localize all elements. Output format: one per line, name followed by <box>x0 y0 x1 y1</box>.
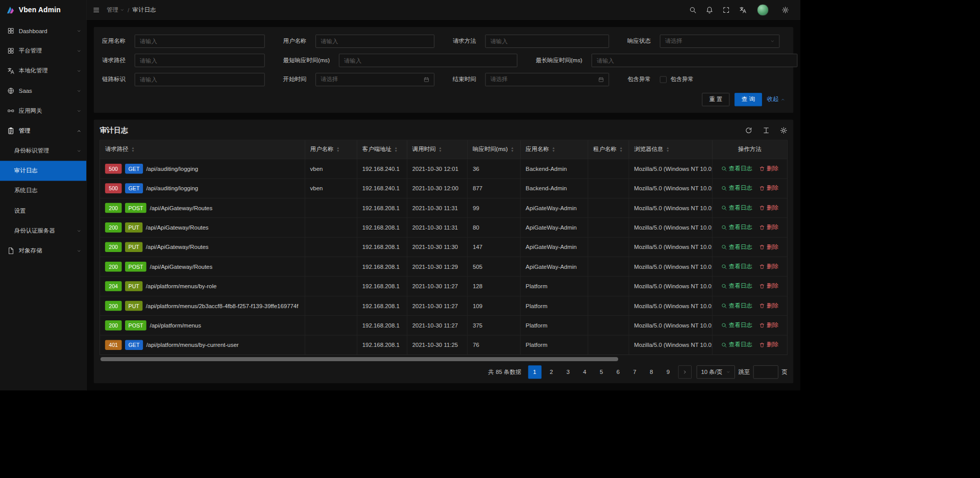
search-icon <box>721 303 726 309</box>
cell-tenant-name <box>588 237 629 257</box>
table-panel: 审计日志 请求路径▲▼ 用户名称▲▼ 客户端地址▲▼ 调用时间▲▼ 响应时间(m… <box>94 119 793 383</box>
localization-icon <box>7 67 15 74</box>
vben-logo-icon <box>6 6 15 15</box>
table-row: 401 GET /api/platform/menus/by-current-u… <box>100 335 787 355</box>
delete-button[interactable]: 删除 <box>759 283 778 290</box>
view-log-button[interactable]: 查看日志 <box>721 321 752 329</box>
column-header-request-path[interactable]: 请求路径▲▼ <box>100 140 305 159</box>
sidebar-item-system-log[interactable]: 系统日志 <box>0 181 86 200</box>
view-log-button[interactable]: 查看日志 <box>721 283 752 290</box>
delete-button[interactable]: 删除 <box>759 224 778 232</box>
sidebar-item-saas[interactable]: Saas <box>0 81 86 100</box>
page-button-8[interactable]: 8 <box>645 365 658 379</box>
delete-button[interactable]: 删除 <box>759 243 778 251</box>
page-size-select[interactable]: 10 条/页 <box>696 365 734 379</box>
view-log-button[interactable]: 查看日志 <box>721 165 752 172</box>
column-header-app-name[interactable]: 应用名称▲▼ <box>521 140 588 159</box>
view-log-button[interactable]: 查看日志 <box>721 302 752 310</box>
column-header-browser-info[interactable]: 浏览器信息▲▼ <box>629 140 712 159</box>
horizontal-scrollbar[interactable] <box>101 357 618 361</box>
delete-button[interactable]: 删除 <box>759 204 778 212</box>
storage-icon <box>7 247 15 255</box>
column-header-client-address[interactable]: 客户端地址▲▼ <box>357 140 407 159</box>
end-time-picker[interactable]: 请选择 <box>485 73 609 86</box>
view-log-button[interactable]: 查看日志 <box>721 341 752 349</box>
chevron-down-icon <box>77 68 81 73</box>
column-header-user-name[interactable]: 用户名称▲▼ <box>305 140 357 159</box>
http-status-select[interactable]: 请选择 <box>660 35 779 48</box>
delete-button[interactable]: 删除 <box>759 302 778 310</box>
cell-response-time: 109 <box>468 296 521 315</box>
page-button-3[interactable]: 3 <box>561 365 575 379</box>
http-method-input[interactable] <box>485 35 609 48</box>
column-header-response-time[interactable]: 响应时间(ms)▲▼ <box>468 140 521 159</box>
view-log-button[interactable]: 查看日志 <box>721 243 752 251</box>
page-button-2[interactable]: 2 <box>545 365 558 379</box>
cell-tenant-name <box>588 198 629 217</box>
sidebar-item-dashboard[interactable]: Dashboard <box>0 21 86 41</box>
app-logo[interactable]: Vben Admin <box>0 0 86 20</box>
page-button-9[interactable]: 9 <box>662 365 675 379</box>
request-path: /api/platform/menus/by-role <box>146 283 217 290</box>
sidebar-item-audit-log[interactable]: 审计日志 <box>0 161 86 181</box>
view-log-button[interactable]: 查看日志 <box>721 204 752 212</box>
method-badge: POST <box>125 320 146 331</box>
jump-page-input[interactable] <box>753 365 778 379</box>
page-button-1[interactable]: 1 <box>528 365 541 379</box>
has-exception-checkbox[interactable] <box>660 76 667 83</box>
reset-button[interactable]: 重 置 <box>702 93 730 106</box>
sidebar-item-object-storage[interactable]: 对象存储 <box>0 241 86 261</box>
delete-button[interactable]: 删除 <box>759 341 778 349</box>
search-button[interactable] <box>684 0 701 20</box>
chevron-down-icon <box>770 39 774 43</box>
delete-button[interactable]: 删除 <box>759 165 778 172</box>
view-log-button[interactable]: 查看日志 <box>721 263 752 270</box>
column-settings-button[interactable] <box>780 127 788 134</box>
manage-icon <box>7 127 15 135</box>
cell-client-address: 192.168.208.1 <box>357 315 407 335</box>
breadcrumb-parent[interactable]: 管理 <box>107 6 124 14</box>
sidebar-item-settings[interactable]: 设置 <box>0 201 86 221</box>
request-path-input[interactable] <box>135 54 265 67</box>
min-response-time-input[interactable] <box>339 54 518 67</box>
column-header-call-time[interactable]: 调用时间▲▼ <box>407 140 468 159</box>
view-log-button[interactable]: 查看日志 <box>721 224 752 232</box>
sidebar-item-app-gateway[interactable]: 应用网关 <box>0 101 86 121</box>
notification-button[interactable] <box>701 0 718 20</box>
fullscreen-button[interactable] <box>718 0 734 20</box>
user-name-input[interactable] <box>315 35 434 48</box>
sidebar-fold-button[interactable] <box>92 6 100 14</box>
delete-button[interactable]: 删除 <box>759 321 778 329</box>
app-title: Vben Admin <box>19 6 61 14</box>
method-badge: GET <box>125 164 143 174</box>
page-button-6[interactable]: 6 <box>611 365 625 379</box>
sidebar-item-platform-management[interactable]: 平台管理 <box>0 41 86 61</box>
language-button[interactable] <box>734 0 751 20</box>
page-button-7[interactable]: 7 <box>628 365 641 379</box>
sidebar-item-localization-management[interactable]: 本地化管理 <box>0 61 86 81</box>
sidebar-item-identity-management[interactable]: 身份标识管理 <box>0 141 86 161</box>
max-response-time-input[interactable] <box>592 54 797 67</box>
next-page-button[interactable] <box>678 365 691 379</box>
request-path: /api/platform/menus/2b3accf8-4fb8-f257-f… <box>146 303 299 309</box>
delete-button[interactable]: 删除 <box>759 263 778 270</box>
method-badge: PUT <box>125 222 142 233</box>
delete-button[interactable]: 删除 <box>759 185 778 192</box>
page-button-4[interactable]: 4 <box>578 365 591 379</box>
app-name-input[interactable] <box>135 35 265 48</box>
sidebar-item-identity-server[interactable]: 身份认证服务器 <box>0 221 86 241</box>
settings-button[interactable] <box>777 0 794 20</box>
start-time-picker[interactable]: 请选择 <box>315 73 434 86</box>
refresh-button[interactable] <box>745 127 752 134</box>
avatar[interactable] <box>757 4 769 16</box>
row-height-button[interactable] <box>763 127 770 134</box>
column-header-tenant-name[interactable]: 租户名称▲▼ <box>588 140 629 159</box>
page-button-5[interactable]: 5 <box>595 365 608 379</box>
trace-id-input[interactable] <box>135 73 265 86</box>
cell-brow­ser-info: Mozilla/5.0 (Windows NT 10.0; Win <box>629 335 712 355</box>
view-log-button[interactable]: 查看日志 <box>721 185 752 192</box>
sidebar-item-management[interactable]: 管理 <box>0 121 86 141</box>
cell-user-name <box>305 237 357 257</box>
collapse-link[interactable]: 收起 <box>767 96 785 104</box>
query-button[interactable]: 查 询 <box>734 93 762 106</box>
